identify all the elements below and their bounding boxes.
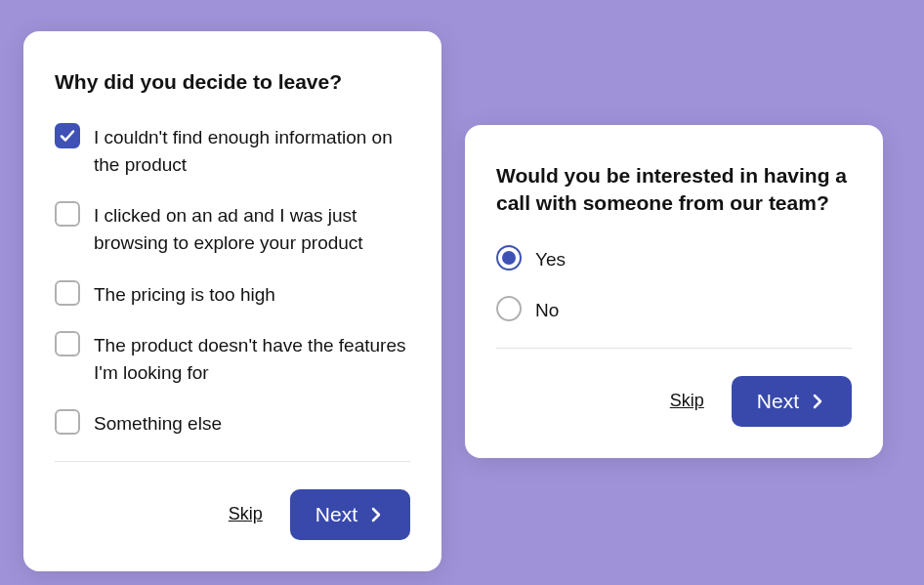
radio-input[interactable] <box>496 296 522 321</box>
checkbox-option-other[interactable]: Something else <box>55 409 410 438</box>
check-icon <box>60 128 75 144</box>
checkbox-option-features[interactable]: The product doesn't have the features I'… <box>55 331 410 386</box>
divider <box>496 348 852 349</box>
option-label: The pricing is too high <box>94 280 275 309</box>
option-label: I couldn't find enough information on th… <box>94 123 410 178</box>
skip-button[interactable]: Skip <box>229 504 263 524</box>
next-button-label: Next <box>757 390 799 413</box>
question-title: Would you be interested in having a call… <box>496 162 852 218</box>
checkbox-input[interactable] <box>55 123 80 148</box>
option-label: Yes <box>535 245 566 273</box>
card-footer: Skip Next <box>496 376 852 427</box>
option-label: Something else <box>94 409 222 438</box>
next-button[interactable]: Next <box>732 376 852 427</box>
option-label: No <box>535 296 559 324</box>
next-button[interactable]: Next <box>290 489 410 540</box>
checkbox-input[interactable] <box>55 201 80 227</box>
checkbox-option-ad-browsing[interactable]: I clicked on an ad and I was just browsi… <box>55 201 410 256</box>
card-footer: Skip Next <box>55 489 410 540</box>
survey-card-leave-reason: Why did you decide to leave? I couldn't … <box>23 31 441 571</box>
option-label: The product doesn't have the features I'… <box>94 331 410 386</box>
checkbox-option-pricing[interactable]: The pricing is too high <box>55 280 410 309</box>
radio-input[interactable] <box>496 245 522 271</box>
divider <box>55 461 410 462</box>
skip-button[interactable]: Skip <box>670 391 704 411</box>
chevron-right-icon <box>367 506 385 523</box>
checkbox-input[interactable] <box>55 409 80 435</box>
radio-option-no[interactable]: No <box>496 296 852 324</box>
question-title: Why did you decide to leave? <box>55 68 410 96</box>
radio-dot-icon <box>502 251 516 265</box>
radio-option-yes[interactable]: Yes <box>496 245 852 273</box>
next-button-label: Next <box>315 503 357 526</box>
survey-card-call-interest: Would you be interested in having a call… <box>465 125 883 458</box>
checkbox-input[interactable] <box>55 280 80 306</box>
option-label: I clicked on an ad and I was just browsi… <box>94 201 410 256</box>
checkbox-option-info[interactable]: I couldn't find enough information on th… <box>55 123 410 178</box>
checkbox-input[interactable] <box>55 331 80 356</box>
chevron-right-icon <box>809 393 826 410</box>
